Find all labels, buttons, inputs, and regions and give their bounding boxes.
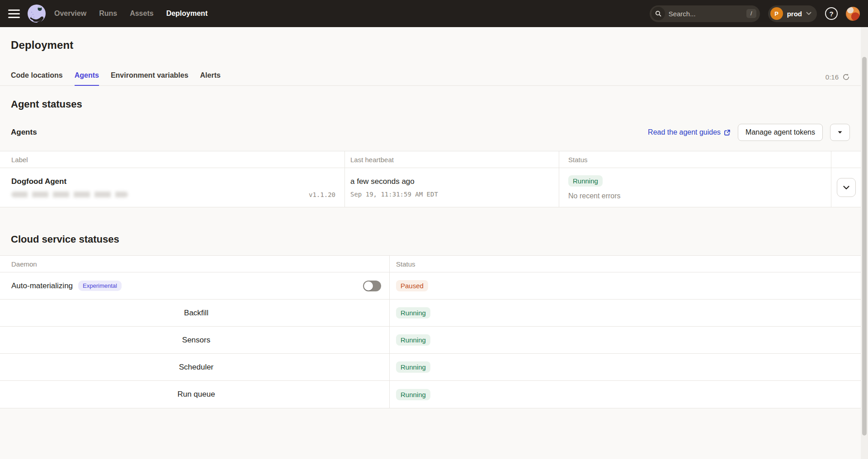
daemon-name: Sensors (182, 336, 210, 345)
daemon-row-run-queue: Run queue Running (0, 381, 861, 408)
manage-agent-tokens-button[interactable]: Manage agent tokens (738, 124, 823, 141)
daemon-row-sensors: Sensors Running (0, 327, 861, 354)
agent-statuses-heading: Agent statuses (11, 98, 850, 110)
top-navigation-bar: Overview Runs Assets Deployment / P prod (0, 0, 868, 27)
tab-code-locations[interactable]: Code locations (11, 71, 63, 85)
agents-table: Label Last heartbeat Status Dogfood Agen… (0, 151, 861, 207)
col-header-actions (831, 151, 861, 168)
daemon-name: Backfill (184, 309, 208, 318)
caret-down-icon (838, 131, 842, 134)
search-input[interactable] (665, 10, 746, 18)
refresh-countdown: 0:16 (826, 73, 839, 81)
refresh-area: 0:16 (826, 73, 850, 85)
tab-agents[interactable]: Agents (75, 71, 99, 85)
refresh-icon[interactable] (842, 73, 850, 81)
nav-overview[interactable]: Overview (54, 9, 86, 18)
agent-status-note: No recent errors (568, 192, 826, 200)
daemon-cell: Sensors (0, 327, 390, 353)
agent-row: Dogfood Agent v1.1.20 a few seconds ago … (0, 168, 861, 207)
tab-environment-variables[interactable]: Environment variables (111, 71, 189, 85)
scrollbar-thumb[interactable] (862, 57, 867, 436)
col-header-label: Label (0, 151, 345, 168)
page-title: Deployment (11, 39, 850, 52)
daemon-row-backfill: Backfill Running (0, 300, 861, 327)
primary-nav: Overview Runs Assets Deployment (54, 9, 208, 18)
col-header-daemon-status: Status (390, 256, 861, 272)
deployment-tabs-row: Code locations Agents Environment variab… (0, 71, 861, 86)
agents-toolbar-actions: Read the agent guides Manage agent token… (648, 124, 850, 141)
agents-table-header: Label Last heartbeat Status (0, 151, 861, 168)
daemon-cell: Auto-materializing Experimental (0, 272, 390, 299)
agents-table-title: Agents (11, 128, 37, 137)
daemon-name: Auto-materializing (11, 281, 73, 290)
daemon-status-badge: Running (396, 307, 430, 318)
search-shortcut-key: / (746, 9, 756, 18)
col-header-status: Status (559, 151, 831, 168)
heartbeat-timestamp: Sep 19, 11:31:59 AM EDT (350, 191, 553, 198)
agent-name[interactable]: Dogfood Agent (11, 177, 335, 186)
agent-version: v1.1.20 (309, 191, 335, 198)
col-header-daemon: Daemon (0, 256, 390, 272)
agent-guides-link[interactable]: Read the agent guides (648, 128, 731, 136)
cloud-table-header: Daemon Status (0, 256, 861, 272)
agent-label-cell: Dogfood Agent v1.1.20 (0, 168, 345, 207)
agent-status-cell: Running No recent errors (559, 168, 831, 207)
search-box[interactable]: / (650, 5, 760, 22)
external-link-icon (724, 129, 731, 136)
org-name: prod (787, 10, 802, 18)
dagster-logo-icon[interactable] (26, 3, 47, 24)
daemon-name: Scheduler (179, 363, 214, 372)
daemon-cell: Scheduler (0, 354, 390, 380)
daemon-name: Run queue (177, 390, 215, 399)
agent-status-badge: Running (568, 175, 603, 187)
org-initial-badge: P (770, 7, 783, 20)
daemon-status-badge: Running (396, 334, 430, 346)
daemon-row-scheduler: Scheduler Running (0, 354, 861, 381)
agent-row-expand-button[interactable] (837, 178, 856, 197)
app-root: Overview Runs Assets Deployment / P prod (0, 0, 868, 459)
heartbeat-relative: a few seconds ago (350, 177, 553, 186)
chevron-down-icon (843, 186, 849, 190)
daemon-row-auto-materializing: Auto-materializing Experimental Paused (0, 272, 861, 300)
daemon-cell: Backfill (0, 300, 390, 326)
daemon-status-cell: Running (390, 327, 861, 353)
auto-materializing-toggle[interactable] (363, 281, 381, 291)
nav-deployment[interactable]: Deployment (166, 9, 208, 18)
tab-alerts[interactable]: Alerts (200, 71, 221, 85)
topbar-right-group: / P prod ? (650, 5, 860, 22)
daemon-status-cell: Running (390, 300, 861, 326)
daemon-status-badge: Paused (396, 280, 428, 291)
daemon-status-cell: Running (390, 354, 861, 380)
daemon-status-badge: Running (396, 389, 430, 400)
daemon-status-badge: Running (396, 361, 430, 373)
chevron-down-icon (806, 12, 811, 15)
deployment-tabs: Code locations Agents Environment variab… (11, 71, 221, 85)
daemon-cell: Run queue (0, 381, 390, 408)
cloud-services-table: Daemon Status Auto-materializing Experim… (0, 255, 861, 408)
cloud-service-statuses-heading: Cloud service statuses (11, 234, 850, 245)
experimental-tag: Experimental (78, 281, 122, 291)
agents-more-actions-button[interactable] (830, 124, 850, 141)
user-avatar[interactable] (846, 7, 860, 21)
menu-icon[interactable] (8, 9, 20, 18)
agent-guides-link-label: Read the agent guides (648, 128, 721, 136)
agent-heartbeat-cell: a few seconds ago Sep 19, 11:31:59 AM ED… (345, 168, 559, 207)
search-icon (651, 7, 665, 20)
agent-id-redacted (11, 192, 128, 197)
agents-toolbar: Agents Read the agent guides Manage agen… (11, 124, 850, 141)
main-content: Deployment Code locations Agents Environ… (0, 27, 861, 459)
deployment-switcher[interactable]: P prod (768, 5, 817, 22)
nav-runs[interactable]: Runs (99, 9, 117, 18)
daemon-status-cell: Running (390, 381, 861, 408)
vertical-scrollbar[interactable] (861, 27, 868, 459)
nav-assets[interactable]: Assets (130, 9, 153, 18)
agent-row-actions-cell (831, 168, 861, 207)
daemon-status-cell: Paused (390, 272, 861, 299)
col-header-last-heartbeat: Last heartbeat (345, 151, 559, 168)
help-icon[interactable]: ? (825, 7, 838, 20)
